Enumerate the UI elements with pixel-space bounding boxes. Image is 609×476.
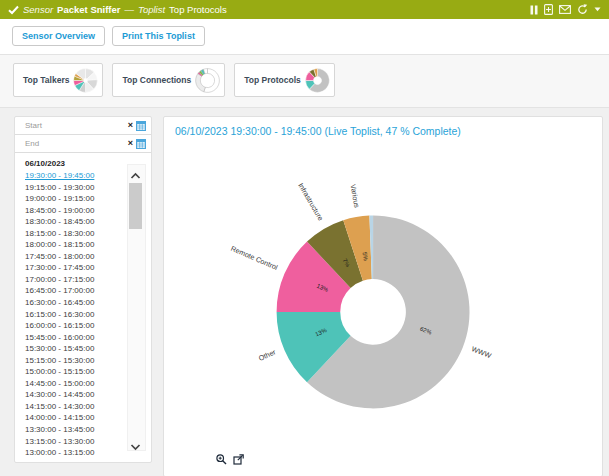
toplist-chart-panel: 06/10/2023 19:30:00 - 19:45:00 (Live Top… <box>163 116 603 476</box>
separator-dash: — <box>124 4 134 15</box>
report-button[interactable] <box>544 4 553 15</box>
content-area: × × 06/10/2023 19:30:00 - 19:45:0019:15:… <box>0 108 609 476</box>
donut-chart-icon <box>304 67 331 94</box>
clear-end-icon[interactable]: × <box>128 139 133 148</box>
sensor-name: Packet Sniffer <box>57 4 120 15</box>
segment-label: Remote Control <box>230 245 280 272</box>
sensor-overview-button[interactable]: Sensor Overview <box>12 26 105 46</box>
protocols-donut-chart: WWW62%Other13%Remote Control13%Infrastru… <box>164 117 602 476</box>
pie-chart-icon <box>72 67 99 94</box>
scroll-down-button[interactable] <box>129 438 142 448</box>
clear-start-icon[interactable]: × <box>128 121 133 130</box>
header-actions <box>530 4 601 15</box>
sensor-header: Sensor Packet Sniffer — Toplist Top Prot… <box>0 0 609 19</box>
segment-label: WWW <box>470 345 492 360</box>
zoom-chart-button[interactable] <box>216 454 227 465</box>
email-button[interactable] <box>559 5 571 14</box>
open-in-new-button[interactable] <box>233 454 244 465</box>
scroll-up-button[interactable] <box>129 167 142 177</box>
tab-label: Top Connections <box>122 75 191 85</box>
toplist-tabs: Top Talkers Top Connections Top Protocol… <box>0 55 609 108</box>
end-calendar-button[interactable] <box>136 139 146 149</box>
sensor-type-label: Sensor <box>23 4 53 15</box>
tab-label: Top Talkers <box>23 75 69 85</box>
pause-icon <box>530 5 538 15</box>
toplist-name: Top Protocols <box>169 4 227 15</box>
segment-label: Infrastructure <box>296 182 324 222</box>
envelope-icon <box>559 5 571 14</box>
refresh-menu-button[interactable] <box>594 7 601 12</box>
tab-top-connections[interactable]: Top Connections <box>112 63 225 97</box>
calendar-icon <box>136 121 146 131</box>
scrollbar-thumb[interactable] <box>129 183 142 229</box>
start-calendar-button[interactable] <box>136 121 146 131</box>
pause-button[interactable] <box>530 5 538 15</box>
tab-top-protocols[interactable]: Top Protocols <box>234 63 335 97</box>
toplist-label: Toplist <box>138 4 165 15</box>
caret-down-icon <box>594 7 601 12</box>
tab-label: Top Protocols <box>244 75 301 85</box>
report-icon <box>544 4 553 15</box>
status-ok-icon <box>8 5 19 15</box>
tab-top-talkers[interactable]: Top Talkers <box>13 63 103 97</box>
donut-chart-icon <box>194 67 221 94</box>
donut-segment <box>196 73 206 91</box>
chevron-down-icon <box>129 442 142 452</box>
period-sidebar: × × 06/10/2023 19:30:00 - 19:45:0019:15:… <box>14 116 152 463</box>
start-date-field-row: × <box>15 117 151 135</box>
toolbar: Sensor Overview Print This Toplist <box>0 19 609 55</box>
magnifier-icon <box>216 454 227 465</box>
start-date-input[interactable] <box>23 120 125 131</box>
end-date-field-row: × <box>15 135 151 153</box>
scrollbar[interactable] <box>127 164 146 451</box>
refresh-button[interactable] <box>577 4 588 15</box>
segment-label: Other <box>257 348 277 363</box>
segment-label: Various <box>348 184 360 209</box>
chart-footer <box>216 454 244 465</box>
calendar-icon <box>136 139 146 149</box>
chevron-up-icon <box>129 171 142 181</box>
end-date-input[interactable] <box>23 138 125 149</box>
external-link-icon <box>233 454 244 465</box>
refresh-icon <box>577 4 588 15</box>
print-toplist-button[interactable]: Print This Toplist <box>112 26 205 46</box>
